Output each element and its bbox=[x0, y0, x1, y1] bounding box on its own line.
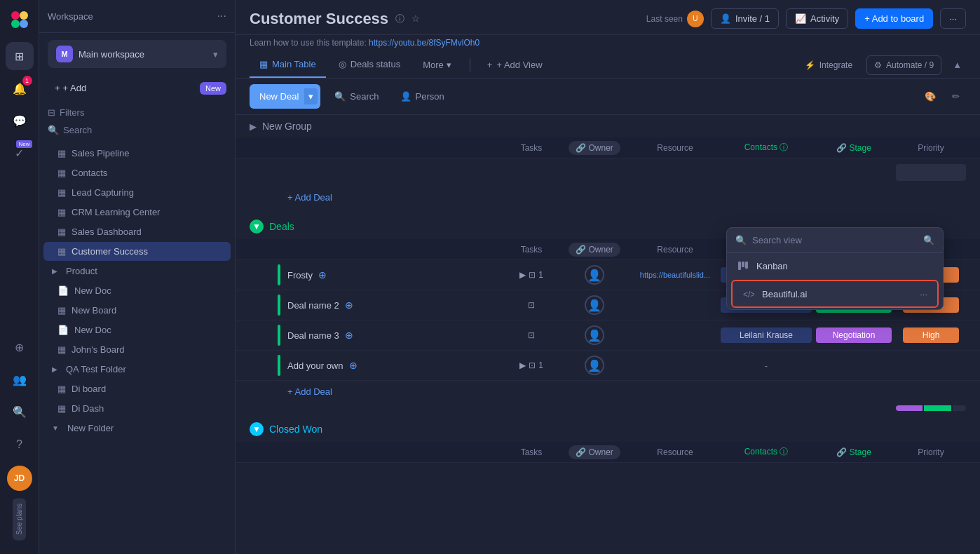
sidebar-item-customer-success[interactable]: ▦ Customer Success bbox=[43, 242, 231, 261]
workspace-label: Workspace bbox=[48, 11, 93, 22]
more-options-button[interactable]: ··· bbox=[940, 8, 966, 29]
sidebar-item-product[interactable]: ▶ Product bbox=[43, 262, 231, 281]
deal-contact: - bbox=[721, 360, 812, 371]
dropdown-item-kanban[interactable]: Kanban bbox=[727, 253, 943, 278]
add-view-button[interactable]: + + Add View bbox=[479, 54, 551, 76]
deal-name-text: Frosty bbox=[287, 270, 313, 281]
deal-add-icon[interactable]: ⊕ bbox=[318, 269, 327, 281]
deal-add-icon[interactable]: ⊕ bbox=[345, 299, 353, 311]
people-icon[interactable]: 👥 bbox=[6, 366, 34, 394]
new-deal-dropdown-icon[interactable]: ▾ bbox=[304, 88, 318, 104]
deal-stage[interactable]: Negotiation bbox=[812, 327, 896, 343]
closed-won-group-header[interactable]: ▼ Closed Won bbox=[236, 417, 980, 442]
workspace-selector[interactable]: M Main workspace ▾ bbox=[48, 40, 226, 68]
new-group-header[interactable]: ▶ New Group bbox=[236, 115, 980, 137]
task-count-icon: ⊡ bbox=[529, 360, 536, 370]
sidebar-item-contacts[interactable]: ▦ Contacts bbox=[43, 163, 231, 182]
deal-tasks[interactable]: ⊡ bbox=[503, 300, 559, 310]
sidebar-item-new-folder[interactable]: ▼ New Folder bbox=[43, 419, 231, 438]
new-deal-button[interactable]: New Deal ▾ bbox=[250, 84, 320, 109]
expand-icon: ▶ bbox=[519, 270, 526, 280]
task-icon: ⊡ bbox=[528, 300, 535, 310]
help-icon[interactable]: ? bbox=[6, 431, 34, 459]
sidebar-item-qa-test[interactable]: ▶ QA Test Folder bbox=[43, 360, 231, 379]
filter-button[interactable]: ⊟ Filters bbox=[39, 104, 235, 121]
task-icon[interactable]: ✓ New bbox=[6, 139, 34, 167]
workspace-menu-icon[interactable]: ··· bbox=[217, 10, 226, 22]
deals-owner-header: 🔗 Owner bbox=[569, 243, 620, 257]
col-contacts-header: Contacts ⓘ bbox=[721, 142, 812, 154]
tab-more[interactable]: More ▾ bbox=[413, 53, 461, 77]
tab-main-table[interactable]: ▦ Main Table bbox=[250, 52, 326, 78]
home-icon[interactable]: ⊞ bbox=[6, 42, 34, 70]
priority-badge: High bbox=[903, 327, 959, 343]
chat-icon[interactable]: 💬 bbox=[6, 107, 34, 135]
sidebar-item-sales-pipeline[interactable]: ▦ Sales Pipeline bbox=[43, 144, 231, 163]
integrate-button[interactable]: ⚡ Integrate bbox=[798, 56, 859, 74]
deal-owner[interactable]: 👤 bbox=[559, 265, 629, 285]
item-menu-icon[interactable]: ··· bbox=[920, 289, 927, 299]
pencil-icon[interactable]: ✏ bbox=[945, 86, 966, 107]
search-icon: 🔍 bbox=[334, 91, 346, 102]
info-icon[interactable]: ⓘ bbox=[395, 13, 404, 25]
main-header: Customer Success ⓘ ☆ Last seen U 👤 Invit… bbox=[236, 0, 980, 35]
closed-won-title: Closed Won bbox=[269, 424, 322, 435]
add-deal-deals-group[interactable]: + Add Deal bbox=[236, 381, 980, 403]
sidebar-item-new-doc-1[interactable]: 📄 New Doc bbox=[43, 281, 231, 300]
col-owner-header: 🔗 Owner bbox=[569, 141, 620, 155]
sidebar-item-sales-dashboard[interactable]: ▦ Sales Dashboard bbox=[43, 222, 231, 241]
sidebar-item-new-board[interactable]: ▦ New Board bbox=[43, 301, 231, 320]
invite-button[interactable]: 👤 Invite / 1 bbox=[711, 8, 779, 29]
subtitle-link[interactable]: https://youtu.be/8fSyFMvlOh0 bbox=[369, 38, 479, 48]
person-filter-button[interactable]: 👤 Person bbox=[393, 87, 451, 106]
add-workspace-icon[interactable]: ⊕ bbox=[6, 334, 34, 362]
deal-priority[interactable]: High bbox=[896, 327, 966, 343]
sidebar-item-crm-learning[interactable]: ▦ CRM Learning Center bbox=[43, 203, 231, 222]
deal-tasks[interactable]: ▶ ⊡ 1 bbox=[503, 270, 559, 280]
deal-contact: Leilani Krause bbox=[721, 327, 812, 343]
empty-stage-cell bbox=[896, 164, 966, 181]
deal-tasks[interactable]: ⊡ bbox=[503, 330, 559, 340]
task-count-icon: ⊡ bbox=[529, 270, 536, 280]
search-toolbar-button[interactable]: 🔍 Search bbox=[327, 87, 386, 106]
add-button[interactable]: + + Add bbox=[48, 79, 93, 97]
sidebar-item-di-board[interactable]: ▦ Di board bbox=[43, 379, 231, 398]
deal-owner[interactable]: 👤 bbox=[559, 356, 629, 375]
paint-icon[interactable]: 🎨 bbox=[920, 86, 941, 107]
sidebar-item-new-doc-2[interactable]: 📄 New Doc bbox=[43, 320, 231, 339]
dropdown-item-beautifulai[interactable]: </> Beautiful.ai ··· bbox=[731, 280, 939, 308]
deal-add-icon[interactable]: ⊕ bbox=[349, 360, 358, 371]
deal-add-icon[interactable]: ⊕ bbox=[345, 330, 353, 341]
search-global-icon[interactable]: 🔍 bbox=[6, 398, 34, 426]
tab-deals-status[interactable]: ◎ Deals status bbox=[329, 52, 411, 78]
owner-avatar: 👤 bbox=[585, 356, 604, 375]
automate-button[interactable]: ⚙ Automate / 9 bbox=[866, 55, 941, 75]
kanban-label: Kanban bbox=[756, 261, 933, 271]
deal-owner[interactable]: 👤 bbox=[559, 295, 629, 315]
deal-tasks[interactable]: ▶ ⊡ 1 bbox=[503, 360, 559, 370]
expand-icon: ▶ bbox=[519, 360, 526, 370]
deal-owner[interactable]: 👤 bbox=[559, 325, 629, 345]
cw-contacts-header: Contacts ⓘ bbox=[721, 446, 812, 458]
board-icon: ▦ bbox=[57, 168, 66, 178]
see-plans-button[interactable]: See plans bbox=[13, 498, 26, 540]
dropdown-search-input[interactable] bbox=[752, 235, 918, 245]
sidebar-item-lead-capturing[interactable]: ▦ Lead Capturing bbox=[43, 183, 231, 202]
deal-color-bar bbox=[278, 325, 280, 346]
user-avatar[interactable]: JD bbox=[7, 466, 32, 491]
sidebar-item-johns-board[interactable]: ▦ John's Board bbox=[43, 340, 231, 359]
star-icon[interactable]: ☆ bbox=[411, 13, 420, 24]
deal-name-text: Deal name 3 bbox=[287, 330, 339, 341]
task-icon: ⊡ bbox=[528, 330, 535, 340]
collapse-button[interactable]: ▲ bbox=[948, 55, 966, 74]
add-to-board-button[interactable]: + Add to board bbox=[855, 8, 933, 29]
contact-empty: - bbox=[721, 360, 812, 371]
page-title: Customer Success bbox=[250, 10, 388, 28]
search-button[interactable]: 🔍 Search bbox=[39, 121, 235, 139]
dropdown-search-icon: 🔍 bbox=[735, 235, 747, 245]
closed-won-col-headers: Tasks 🔗 Owner Resource Contacts ⓘ 🔗 Stag… bbox=[236, 442, 980, 463]
sidebar-item-di-dash[interactable]: ▦ Di Dash bbox=[43, 399, 231, 418]
add-deal-new-group[interactable]: + Add Deal bbox=[236, 187, 980, 208]
bell-icon[interactable]: 🔔 1 bbox=[6, 74, 34, 102]
activity-button[interactable]: 📈 Activity bbox=[786, 8, 848, 29]
